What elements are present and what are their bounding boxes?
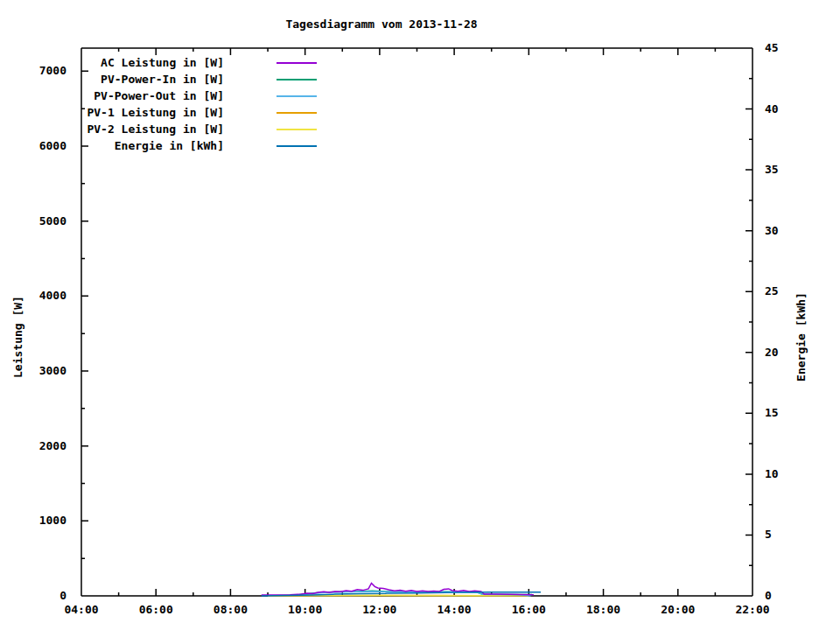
legend-label: PV-2 Leistung in [W]: [32, 123, 224, 136]
y-left-tick-label: 5000: [28, 215, 66, 228]
y-left-tick-label: 3000: [28, 365, 66, 377]
x-tick-label: 10:00: [279, 604, 332, 616]
x-tick-label: 18:00: [578, 604, 630, 616]
y-left-tick-label: 4000: [28, 290, 66, 302]
chart-title: Tagesdiagramm vom 2013-11-28: [0, 18, 763, 31]
y-right-tick-label: 40: [765, 103, 803, 116]
y-right-tick-label: 10: [765, 468, 803, 480]
x-tick-label: 20:00: [652, 604, 704, 616]
x-tick-label: 12:00: [354, 604, 406, 616]
x-tick-label: 16:00: [502, 604, 555, 616]
x-tick-label: 08:00: [204, 604, 256, 616]
y-right-tick-label: 45: [765, 42, 803, 54]
x-tick-label: 04:00: [55, 604, 108, 616]
y-left-tick-label: 0: [28, 590, 66, 602]
y-right-tick-label: 30: [765, 225, 803, 237]
legend-label: AC Leistung in [W]: [32, 57, 224, 69]
y-right-axis-title: Energie [kWh]: [795, 288, 808, 386]
y-left-axis-title: Leistung [W]: [12, 289, 24, 385]
x-tick-label: 14:00: [428, 604, 480, 616]
y-left-tick-label: 1000: [28, 514, 66, 527]
y-right-tick-label: 15: [765, 407, 803, 419]
y-right-tick-label: 20: [765, 346, 803, 359]
gnuplot-day-chart: Tagesdiagramm vom 2013-11-28 Leistung [W…: [0, 0, 840, 630]
legend-label: PV-Power-Out in [W]: [32, 90, 224, 102]
y-right-tick-label: 0: [765, 590, 803, 602]
legend-label: PV-1 Leistung in [W]: [32, 107, 224, 119]
legend-label: Energie in [kWh]: [32, 140, 224, 152]
x-tick-label: 22:00: [726, 604, 779, 616]
x-tick-label: 06:00: [130, 604, 182, 616]
y-right-tick-label: 35: [765, 164, 803, 176]
y-right-tick-label: 25: [765, 285, 803, 298]
y-right-tick-label: 5: [765, 528, 803, 541]
y-left-tick-label: 2000: [28, 440, 66, 452]
legend-label: PV-Power-In in [W]: [32, 74, 224, 86]
